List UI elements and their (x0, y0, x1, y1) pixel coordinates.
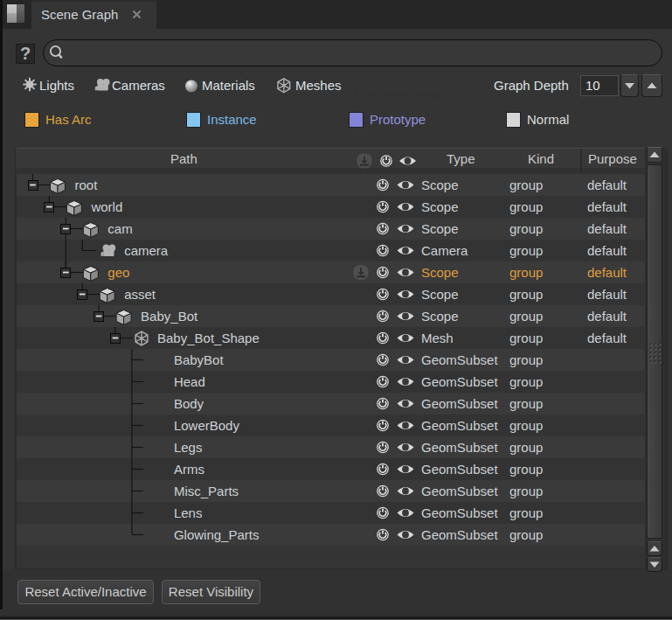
svg-text:LIVE WIREFRAME: LIVE WIREFRAME (355, 89, 447, 100)
